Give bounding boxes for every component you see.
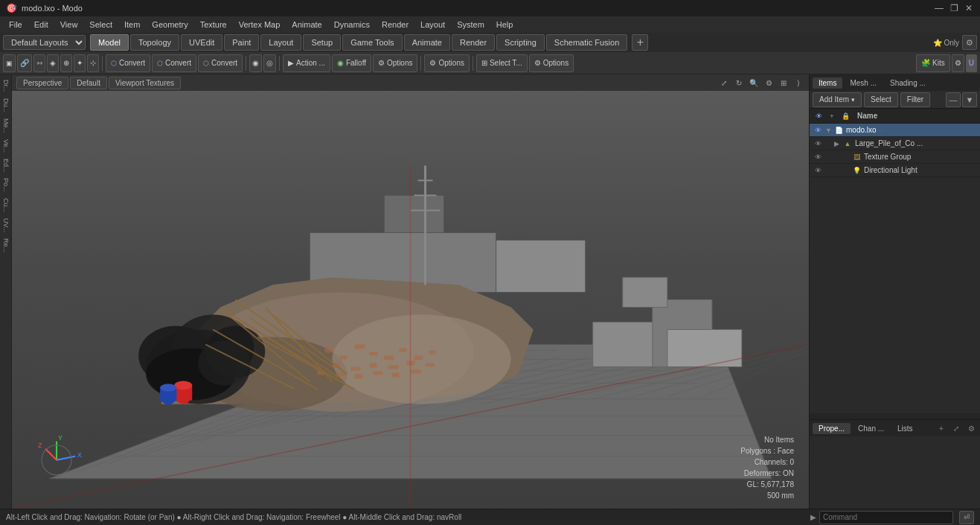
menu-animate[interactable]: Animate [286, 19, 327, 31]
kits-btn[interactable]: 🧩 Kits [916, 54, 950, 72]
viewport-grid-icon[interactable]: ⊞ [778, 77, 790, 89]
panel-minus-btn[interactable]: — [946, 92, 961, 107]
symmetry-btn[interactable]: ⇿ [33, 54, 45, 72]
tab-scripting[interactable]: Scripting [496, 34, 545, 51]
tab-uvedit[interactable]: UVEdit [181, 34, 222, 51]
shade-btn[interactable]: ◉ [249, 54, 262, 72]
sidebar-label-re[interactable]: Re... [1, 236, 10, 255]
bp-add-icon[interactable]: + [935, 422, 947, 434]
list-item[interactable]: 👁 ▶ 🖼 Texture Group [810, 150, 980, 164]
action-center-btn[interactable]: ⊕ [60, 54, 72, 72]
vp-tab-perspective[interactable]: Perspective [16, 77, 68, 89]
move-btn[interactable]: ⊹ [87, 54, 99, 72]
tab-setup[interactable]: Setup [303, 34, 341, 51]
action-btn[interactable]: ▶ Action ... [283, 54, 330, 72]
tab-model[interactable]: Model [90, 34, 129, 51]
viewport-zoom-icon[interactable]: 🔍 [748, 77, 760, 89]
item-expand-arrow[interactable]: ▼ [825, 127, 831, 134]
sidebar-label-ed[interactable]: Ed... [1, 156, 10, 175]
add-tab-button[interactable]: + [632, 34, 648, 51]
menu-item[interactable]: Item [118, 19, 146, 31]
tab-paint[interactable]: Paint [224, 34, 259, 51]
panel-scrollbar[interactable] [810, 413, 980, 419]
select-button[interactable]: Select [864, 92, 898, 107]
panel-filter-icon[interactable]: ▼ [962, 92, 977, 107]
menu-view[interactable]: View [54, 19, 84, 31]
sidebar-label-dr[interactable]: Dr... [1, 77, 10, 95]
sidebar-label-po[interactable]: Po... [1, 176, 10, 194]
item-vis-icon[interactable]: 👁 [813, 152, 823, 162]
selection-mode-btn[interactable]: ▣ [3, 54, 16, 72]
options-btn-3[interactable]: ⚙ Options [529, 54, 574, 72]
sidebar-label-uv[interactable]: UV... [1, 216, 10, 235]
list-item[interactable]: 👁 ▶ ▲ Large_Pile_of_Co ... [810, 137, 980, 150]
menu-dynamics[interactable]: Dynamics [328, 19, 376, 31]
minimize-button[interactable]: — [934, 3, 944, 13]
convert-btn-3[interactable]: ⬡ Convert [198, 54, 243, 72]
command-run-button[interactable]: ⏎ [959, 511, 974, 524]
item-vis-icon[interactable]: 👁 [813, 139, 823, 149]
menu-help[interactable]: Help [490, 19, 519, 31]
tab-render[interactable]: Render [452, 34, 495, 51]
vp-tab-default[interactable]: Default [70, 77, 107, 89]
sidebar-label-du[interactable]: Du... [1, 96, 10, 115]
viewport[interactable]: Perspective Default Viewport Textures ⤢ … [12, 74, 809, 509]
list-item[interactable]: 👁 ▶ 💡 Directional Light [810, 164, 980, 177]
viewport-settings-icon[interactable]: ⚙ [763, 77, 775, 89]
menu-geometry[interactable]: Geometry [146, 19, 193, 31]
convert-btn-2[interactable]: ⬡ Convert [152, 54, 196, 72]
item-vis-icon[interactable]: 👁 [813, 165, 823, 176]
scene-canvas[interactable]: X Y Z No Items Polygons : Face Channels:… [12, 91, 809, 509]
bottom-tab-properties[interactable]: Prope... [813, 423, 851, 434]
close-button[interactable]: ✕ [964, 3, 974, 13]
vp-tab-viewport-textures[interactable]: Viewport Textures [109, 77, 181, 89]
options-btn-2[interactable]: ⚙ Options [424, 54, 469, 72]
convert-btn-1[interactable]: ⬡ Convert [106, 54, 150, 72]
sidebar-label-ve[interactable]: Ve... [1, 137, 10, 155]
bp-settings-icon[interactable]: ⚙ [965, 422, 977, 434]
viewport-settings-btn[interactable]: ⚙ [952, 54, 964, 72]
visibility-col-icon[interactable]: 👁 [813, 110, 824, 122]
snap-btn[interactable]: 🔗 [17, 54, 32, 72]
sidebar-label-me[interactable]: Me... [1, 116, 10, 136]
lock-col-icon[interactable]: 🔒 [839, 110, 851, 122]
wire-btn[interactable]: ◎ [263, 54, 276, 72]
list-item[interactable]: 👁 ▼ 📄 modo.lxo ··· [810, 124, 980, 137]
viewport-maximize-icon[interactable]: ⤢ [718, 77, 730, 89]
tab-animate[interactable]: Animate [404, 34, 450, 51]
menu-system[interactable]: System [451, 19, 490, 31]
tab-game-tools[interactable]: Game Tools [342, 34, 403, 51]
bp-expand-icon[interactable]: ⤢ [950, 422, 962, 434]
select-tool-btn[interactable]: ⊞ Select T... [476, 54, 528, 72]
filter-button[interactable]: Filter [900, 92, 930, 107]
add-item-button[interactable]: Add Item ▾ [813, 92, 862, 107]
options-btn-1[interactable]: ⚙ Options [373, 54, 417, 72]
tab-schematic-fusion[interactable]: Schematic Fusion [546, 34, 627, 51]
bottom-tab-channels[interactable]: Chan ... [852, 423, 890, 434]
bottom-tab-lists[interactable]: Lists [891, 423, 919, 434]
unreal-btn[interactable]: U [966, 54, 977, 72]
maximize-button[interactable]: ❐ [949, 3, 959, 13]
viewport-render-icon[interactable]: ↻ [733, 77, 745, 89]
menu-edit[interactable]: Edit [28, 19, 54, 31]
menu-vertex-map[interactable]: Vertex Map [233, 19, 286, 31]
add-col-icon[interactable]: + [826, 110, 838, 122]
menu-select[interactable]: Select [83, 19, 118, 31]
sidebar-label-cu[interactable]: Cu... [1, 196, 10, 214]
menu-texture[interactable]: Texture [194, 19, 233, 31]
layout-select[interactable]: Default Layouts [3, 35, 86, 50]
panel-tab-items[interactable]: Items [813, 77, 842, 89]
item-vis-icon[interactable]: 👁 [813, 125, 823, 136]
falloff-btn[interactable]: ◈ [47, 54, 59, 72]
menu-render[interactable]: Render [376, 19, 414, 31]
panel-tab-mesh[interactable]: Mesh ... [844, 77, 883, 89]
command-input[interactable] [819, 511, 953, 524]
tab-topology[interactable]: Topology [130, 34, 179, 51]
tab-layout[interactable]: Layout [260, 34, 301, 51]
menu-layout[interactable]: Layout [414, 19, 451, 31]
viewport-expand-icon[interactable]: ⟩ [792, 77, 804, 89]
item-expand-arrow[interactable]: ▶ [834, 140, 840, 147]
settings-icon[interactable]: ⚙ [962, 35, 977, 50]
panel-tab-shading[interactable]: Shading ... [884, 77, 932, 89]
transform-btn[interactable]: ✦ [74, 54, 86, 72]
